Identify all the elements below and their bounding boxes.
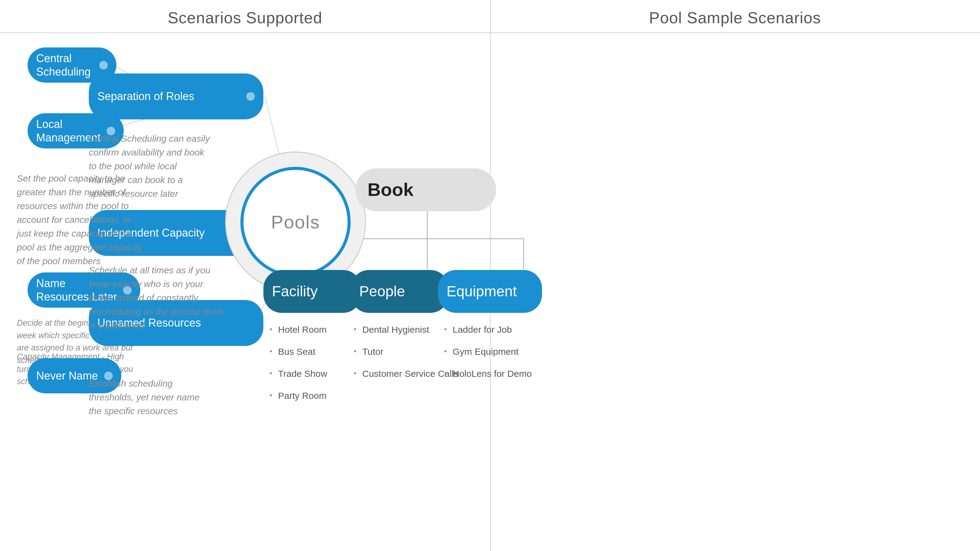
facility-pill[interactable]: Facility — [263, 270, 361, 313]
people-pill[interactable]: People — [351, 270, 449, 313]
central-scheduling-dot — [99, 61, 108, 70]
book-label: Book — [368, 179, 414, 201]
equipment-label: Equipment — [447, 283, 517, 300]
equipment-list: Ladder for Job Gym Equipment HoloLens fo… — [444, 324, 531, 391]
pools-inner-circle: Pools — [240, 167, 351, 277]
separation-of-roles-dot — [246, 92, 255, 101]
equipment-item-3: HoloLens for Demo — [444, 368, 531, 379]
facility-label: Facility — [272, 283, 318, 300]
never-name-desc: Establish scheduling thresholds, yet nev… — [89, 376, 205, 418]
pools-label: Pools — [271, 211, 320, 233]
book-pill[interactable]: Book — [355, 168, 496, 211]
people-label: People — [359, 283, 405, 300]
facility-list: Hotel Room Bus Seat Trade Show Party Roo… — [269, 324, 328, 413]
facility-item-4: Party Room — [269, 391, 328, 401]
equipment-pill[interactable]: Equipment — [438, 270, 542, 313]
right-header-title: Pool Sample Scenarios — [490, 0, 980, 32]
equipment-item-1: Ladder for Job — [444, 324, 531, 335]
equipment-item-2: Gym Equipment — [444, 346, 531, 357]
facility-item-1: Hotel Room — [269, 324, 328, 335]
people-item-3: Customer Service Calls — [354, 368, 458, 379]
separation-of-roles-pill[interactable]: Separation of Roles — [89, 73, 263, 119]
left-header-title: Scenarios Supported — [0, 0, 490, 32]
unnamed-resources-desc: Schedule at all times as if you know exa… — [89, 263, 227, 332]
people-list: Dental Hygienist Tutor Customer Service … — [354, 324, 458, 391]
facility-item-3: Trade Show — [269, 368, 328, 379]
people-item-1: Dental Hygienist — [354, 324, 458, 335]
facility-item-2: Bus Seat — [269, 346, 328, 357]
independent-capacity-desc: Set the pool capacity to be greater than… — [17, 171, 142, 268]
people-item-2: Tutor — [354, 346, 458, 357]
separation-of-roles-label: Separation of Roles — [97, 90, 194, 103]
central-scheduling-label: CentralScheduling — [36, 52, 91, 78]
